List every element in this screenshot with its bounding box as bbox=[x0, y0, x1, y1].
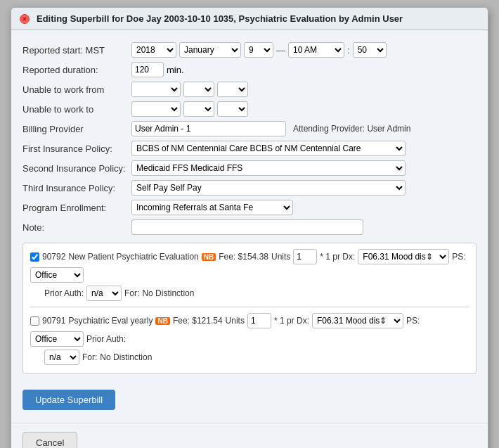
cpt2-nb-badge: NB bbox=[155, 317, 169, 325]
duration-input[interactable] bbox=[131, 62, 164, 77]
third-insurance-fields: Self Pay Self Pay bbox=[131, 180, 406, 196]
cpt2-dx-select[interactable]: F06.31 Mood dis⇕ bbox=[312, 313, 403, 328]
third-insurance-label: Third Insurance Policy: bbox=[22, 183, 131, 193]
close-button[interactable]: ✕ bbox=[20, 14, 30, 24]
modal-overlay: ✕ Editing Superbill for Doe Jay 2003-10-… bbox=[0, 0, 499, 448]
first-insurance-select[interactable]: BCBS of NM Centennial Care BCBS of NM Ce… bbox=[131, 141, 406, 156]
modal-title: Editing Superbill for Doe Jay 2003-10-10… bbox=[37, 13, 403, 24]
second-insurance-select[interactable]: Medicaid FFS Medicaid FFS bbox=[131, 160, 406, 176]
cpt1-pr-dx-label: * 1 pr Dx: bbox=[320, 252, 355, 262]
cpt-row-1-sub: Prior Auth: n/a Yes No For: No Distincti… bbox=[44, 286, 469, 301]
unable-to-fields bbox=[131, 101, 248, 117]
cpt1-fee: Fee: $154.38 bbox=[219, 252, 268, 262]
cpt1-nb-badge: NB bbox=[202, 253, 216, 261]
program-enrollment-row: Program Enrollment: Incoming Referrals a… bbox=[22, 198, 477, 217]
note-label: Note: bbox=[22, 222, 131, 233]
year-select[interactable]: 2018 2017 2019 bbox=[131, 42, 176, 58]
unable-from-label: Unable to work from bbox=[22, 84, 131, 95]
attending-provider-label: Attending Provider: User Admin bbox=[293, 124, 410, 134]
note-fields bbox=[131, 219, 363, 235]
reported-duration-label: Reported duration: bbox=[22, 65, 131, 75]
cpt1-checkbox[interactable] bbox=[30, 252, 39, 262]
reported-start-label: Reported start: MST bbox=[22, 45, 131, 56]
first-insurance-fields: BCBS of NM Centennial Care BCBS of NM Ce… bbox=[131, 141, 406, 156]
modal-titlebar: ✕ Editing Superbill for Doe Jay 2003-10-… bbox=[11, 8, 488, 30]
time-select[interactable]: 9 AM10 AM11 AM bbox=[288, 42, 344, 58]
cpt-section: 90792 New Patient Psychiatric Evaluation… bbox=[22, 243, 477, 374]
cpt-row-1-main: 90792 New Patient Psychiatric Evaluation… bbox=[30, 249, 469, 283]
cpt1-units-label: Units bbox=[271, 252, 290, 262]
unable-from-day-select[interactable] bbox=[217, 82, 248, 97]
third-insurance-select[interactable]: Self Pay Self Pay bbox=[131, 180, 406, 196]
cpt1-for-value: No Distinction bbox=[142, 288, 194, 298]
cpt2-for-label: For: bbox=[82, 352, 97, 362]
cpt1-ps-select[interactable]: Office Telehealth Home bbox=[30, 267, 84, 283]
reported-duration-fields: min. bbox=[131, 62, 184, 77]
billing-provider-fields: Attending Provider: User Admin bbox=[131, 121, 410, 136]
cpt2-pr-dx-label: * 1 pr Dx: bbox=[274, 316, 309, 326]
second-insurance-fields: Medicaid FFS Medicaid FFS bbox=[131, 160, 406, 176]
note-input[interactable] bbox=[131, 219, 363, 235]
cpt1-for-label: For: bbox=[124, 288, 139, 298]
unable-to-row: Unable to work to bbox=[22, 99, 477, 119]
unable-from-fields bbox=[131, 82, 248, 97]
cpt2-for-value: No Distinction bbox=[100, 352, 152, 362]
update-superbill-button[interactable]: Update Superbill bbox=[22, 390, 115, 410]
cancel-button[interactable]: Cancel bbox=[22, 432, 77, 448]
cpt-row-2-sub: n/a Yes No For: No Distinction bbox=[44, 350, 469, 365]
minute-select[interactable]: 00051015 20253035 40455055 bbox=[353, 42, 387, 58]
cpt1-dx-select[interactable]: F06.31 Mood dis⇕ bbox=[358, 249, 449, 264]
billing-provider-input[interactable] bbox=[131, 121, 286, 136]
cpt1-ps-label: PS: bbox=[452, 252, 465, 262]
first-insurance-row: First Insurance Policy: BCBS of NM Cente… bbox=[22, 139, 477, 158]
unable-to-month-select[interactable] bbox=[183, 101, 214, 117]
colon-separator: : bbox=[347, 45, 350, 56]
reported-start-fields: 2018 2017 2019 January February March 12… bbox=[131, 42, 387, 58]
billing-provider-row: Billing Provider Attending Provider: Use… bbox=[22, 119, 477, 139]
second-insurance-row: Second Insurance Policy: Medicaid FFS Me… bbox=[22, 158, 477, 178]
cpt2-code: 90791 bbox=[42, 316, 65, 326]
reported-start-row: Reported start: MST 2018 2017 2019 Janua… bbox=[22, 40, 477, 60]
program-enrollment-label: Program Enrollment: bbox=[22, 203, 131, 213]
modal-body: Reported start: MST 2018 2017 2019 Janua… bbox=[11, 30, 488, 420]
unable-to-label: Unable to work to bbox=[22, 104, 131, 115]
unable-from-date-select[interactable] bbox=[131, 82, 181, 97]
month-select[interactable]: January February March bbox=[179, 42, 241, 58]
cpt2-prior-auth-select[interactable]: n/a Yes No bbox=[44, 350, 79, 365]
cpt2-units-label: Units bbox=[226, 316, 245, 326]
update-btn-container: Update Superbill bbox=[22, 383, 477, 410]
second-insurance-label: Second Insurance Policy: bbox=[22, 163, 131, 174]
cpt2-fee: Fee: $121.54 bbox=[173, 316, 223, 326]
cpt2-prior-auth-label: Prior Auth: bbox=[86, 334, 126, 344]
cpt-row-2: 90791 Psychiatric Eval yearly NB Fee: $1… bbox=[30, 313, 469, 365]
cpt2-units-input[interactable] bbox=[247, 313, 271, 328]
cpt1-units-input[interactable] bbox=[293, 249, 317, 264]
unable-to-date-select[interactable] bbox=[131, 101, 181, 117]
program-enrollment-fields: Incoming Referrals at Santa Fe bbox=[131, 200, 293, 215]
cpt2-ps-label: PS: bbox=[406, 316, 420, 326]
superbill-modal: ✕ Editing Superbill for Doe Jay 2003-10-… bbox=[11, 7, 488, 448]
first-insurance-label: First Insurance Policy: bbox=[22, 143, 131, 154]
unable-from-month-select[interactable] bbox=[183, 82, 214, 97]
cpt2-description: Psychiatric Eval yearly bbox=[68, 316, 153, 326]
note-row: Note: bbox=[22, 217, 477, 237]
day-select[interactable]: 12345 678910 bbox=[244, 42, 273, 58]
cpt1-description: New Patient Psychiatric Evaluation bbox=[68, 252, 198, 262]
cpt1-prior-auth-select[interactable]: n/a Yes No bbox=[86, 286, 122, 301]
third-insurance-row: Third Insurance Policy: Self Pay Self Pa… bbox=[22, 178, 477, 198]
cpt-row-2-main: 90791 Psychiatric Eval yearly NB Fee: $1… bbox=[30, 313, 469, 347]
min-label: min. bbox=[167, 65, 184, 75]
dash-separator: — bbox=[276, 45, 285, 56]
cpt-divider bbox=[30, 307, 469, 307]
modal-footer: Cancel bbox=[11, 423, 488, 448]
unable-to-day-select[interactable] bbox=[217, 101, 248, 117]
billing-provider-label: Billing Provider bbox=[22, 124, 131, 134]
cpt1-prior-auth-label: Prior Auth: bbox=[44, 288, 84, 298]
cpt2-checkbox[interactable] bbox=[30, 316, 39, 326]
unable-from-row: Unable to work from bbox=[22, 79, 477, 99]
cpt1-code: 90792 bbox=[42, 252, 65, 262]
reported-duration-row: Reported duration: min. bbox=[22, 60, 477, 79]
cpt-row-1: 90792 New Patient Psychiatric Evaluation… bbox=[30, 249, 469, 301]
cpt2-ps-select[interactable]: Office Telehealth Home bbox=[30, 331, 84, 347]
program-enrollment-select[interactable]: Incoming Referrals at Santa Fe bbox=[131, 200, 293, 215]
